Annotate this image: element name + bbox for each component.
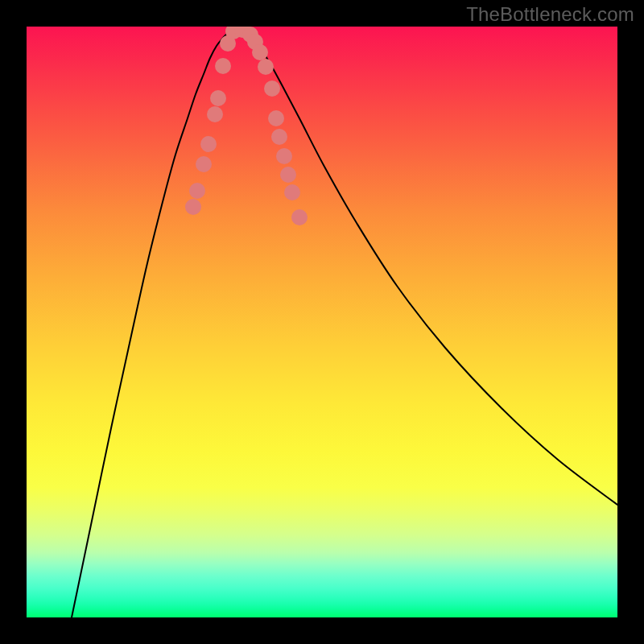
marker-point [258,59,274,75]
marker-point [185,199,201,215]
marker-point [280,167,296,183]
chart-svg [27,27,617,617]
marker-point [264,80,280,97]
marker-point [252,44,268,60]
marker-point [291,209,308,225]
plot-area [27,27,617,617]
marker-point [284,184,300,200]
marker-point [276,148,292,164]
marker-point [271,129,287,145]
marker-point [189,183,205,199]
curve-lines [72,28,617,617]
curve-markers [185,27,308,225]
chart-frame: TheBottleneck.com [0,0,644,644]
marker-point [200,136,217,152]
watermark-text: TheBottleneck.com [466,3,634,26]
marker-point [196,156,212,172]
marker-point [207,106,223,122]
marker-point [268,110,284,126]
marker-point [210,90,226,106]
series-right-branch [237,28,617,505]
marker-point [215,58,231,74]
